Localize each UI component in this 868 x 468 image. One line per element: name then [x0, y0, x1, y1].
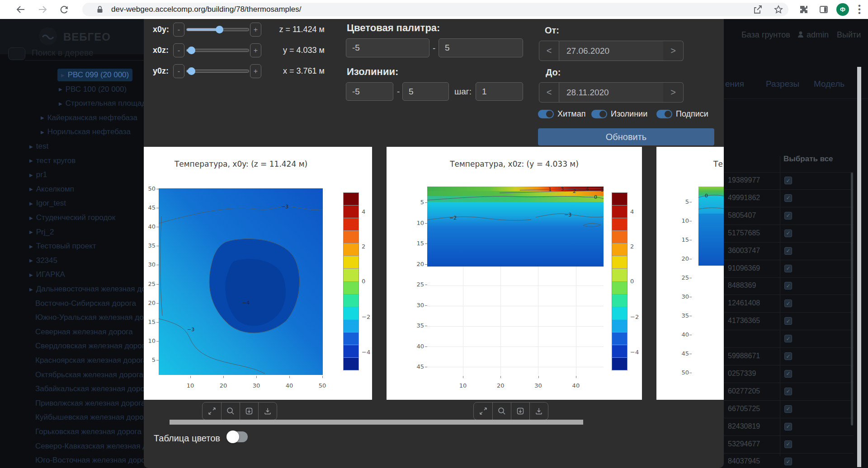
tree-item[interactable]: ▶test [29, 140, 48, 153]
extensions-icon[interactable] [798, 4, 809, 15]
toggle-switch[interactable] [591, 110, 607, 118]
slider-minus-button[interactable]: - [173, 64, 184, 78]
sample-checkbox[interactable]: ✓ [784, 405, 792, 413]
sample-checkbox[interactable]: ✓ [784, 247, 792, 255]
palette-max-input[interactable]: 5 [439, 38, 523, 57]
slider-thumb[interactable] [188, 67, 195, 75]
sample-checkbox[interactable]: ✓ [784, 282, 792, 290]
toggle-labels[interactable]: Подписи [656, 109, 708, 119]
tree-item[interactable]: ▶pr1 [29, 168, 47, 181]
tree-item[interactable]: Забайкальская железная дорога [35, 383, 144, 395]
slider-plus-button[interactable]: + [250, 23, 261, 37]
tree-item[interactable]: ▶Кайерканская нефтебаза [41, 112, 137, 124]
sample-checkbox[interactable]: ✓ [784, 423, 792, 431]
tree-expand-icon[interactable]: ▶ [29, 287, 33, 292]
date-from-next-button[interactable]: > [663, 41, 684, 61]
tree-item[interactable]: ▶Дальневосточная железная дорога [29, 283, 144, 295]
forward-icon[interactable] [37, 4, 48, 15]
sample-checkbox[interactable]: ✓ [784, 212, 792, 220]
tree-item[interactable]: ▶Строительная площадка [59, 97, 144, 110]
isolines-max-input[interactable]: 5 [402, 82, 449, 101]
slider-minus-button[interactable]: - [173, 43, 184, 57]
tree-item[interactable]: Южно-Уральская железная дорога [35, 311, 144, 324]
tree-expand-icon[interactable]: ▶ [29, 201, 33, 206]
tree-expand-icon[interactable]: ▶ [41, 130, 44, 135]
back-icon[interactable] [15, 4, 26, 15]
slider-plus-button[interactable]: + [250, 43, 261, 57]
slider-minus-button[interactable]: - [173, 23, 184, 37]
expand-button[interactable] [474, 402, 492, 420]
tree-item[interactable]: ▶Норильская нефтебаза [41, 126, 131, 138]
page-scrollbar[interactable] [857, 67, 861, 467]
sample-checkbox[interactable]: ✓ [784, 317, 792, 325]
update-button[interactable]: Обновить [538, 128, 714, 145]
toggle-heatmap[interactable]: Хитмап [538, 109, 585, 119]
tree-item[interactable]: ▶Акселкомп [29, 183, 74, 196]
palette-min-input[interactable]: -5 [346, 38, 429, 57]
tab-sections[interactable]: Разрезы [766, 79, 799, 89]
tree-item[interactable]: Восточно-Сибирская дорога [35, 297, 136, 310]
tree-search-button[interactable] [8, 47, 25, 60]
date-to-next-button[interactable]: > [663, 82, 684, 103]
tab-fragment[interactable]: ения [725, 79, 744, 89]
zoom-in-button[interactable] [221, 402, 240, 420]
tree-item[interactable]: Северная железная дорога [35, 326, 133, 338]
toggle-isolines[interactable]: Изолинии [591, 109, 647, 119]
toggle-switch[interactable] [538, 110, 554, 118]
sample-checkbox[interactable]: ✓ [784, 229, 792, 237]
tree-expand-icon[interactable]: ▶ [29, 272, 33, 277]
tree-item[interactable]: Северо-Кавказская железная дорога [35, 440, 144, 453]
tree-expand-icon[interactable]: ▶ [29, 258, 33, 263]
nav-soil-db[interactable]: База грунтов [741, 30, 790, 40]
download-button[interactable] [511, 402, 529, 420]
tree-expand-icon[interactable]: ▶ [29, 187, 33, 192]
expand-button[interactable] [203, 402, 221, 420]
sample-checkbox[interactable]: ✓ [784, 300, 792, 307]
download-tray-button[interactable] [529, 402, 548, 420]
plot3-heatmap[interactable]: 0 [698, 187, 724, 266]
sample-checkbox[interactable]: ✓ [784, 177, 792, 184]
nav-logout[interactable]: Выйти [837, 30, 861, 40]
plots-horizontal-scrollbar[interactable] [170, 420, 583, 425]
plot1-heatmap[interactable]: −3−4−3 [159, 188, 323, 375]
isolines-min-input[interactable]: -5 [346, 82, 393, 101]
download-tray-button[interactable] [258, 402, 277, 420]
star-icon[interactable] [773, 4, 784, 15]
tree-item[interactable]: ▶Студенческий городок [29, 211, 115, 224]
download-button[interactable] [240, 402, 258, 420]
browser-profile-avatar[interactable]: Ф [836, 3, 849, 16]
tree-expand-icon[interactable]: ▶ [29, 229, 33, 234]
tree-expand-icon[interactable]: ▶ [61, 73, 65, 78]
tree-expand-icon[interactable]: ▶ [41, 115, 44, 120]
tree-expand-icon[interactable]: ▶ [29, 244, 33, 249]
nav-username[interactable]: admin [807, 30, 829, 40]
tree-expand-icon[interactable]: ▶ [29, 173, 33, 178]
date-from-prev-button[interactable]: < [539, 41, 559, 61]
tree-item[interactable]: Горьковская железная дорога [35, 426, 142, 438]
tree-item[interactable]: Куйбышевская железная дорога [35, 411, 144, 424]
slider-track[interactable] [186, 28, 249, 31]
sample-checkbox[interactable]: ✓ [784, 194, 792, 202]
sample-checkbox[interactable]: ✓ [784, 265, 792, 272]
slider-thumb[interactable] [188, 47, 195, 54]
tree-expand-icon[interactable]: ▶ [59, 101, 62, 106]
select-all-header[interactable]: Выбрать все [783, 154, 833, 164]
slider-plus-button[interactable]: + [250, 64, 261, 78]
table-scrollbar[interactable] [851, 173, 853, 426]
tab-model[interactable]: Модель [814, 79, 844, 89]
tree-item[interactable]: ▶Prj_2 [29, 226, 54, 239]
share-icon[interactable] [752, 4, 763, 15]
tree-item[interactable]: Юго-Восточная железная дорога [35, 454, 144, 467]
sample-checkbox[interactable]: ✓ [784, 458, 792, 465]
color-table-toggle[interactable] [227, 431, 248, 442]
tree-item[interactable]: Приволжская железная дорога [35, 397, 144, 410]
reload-icon[interactable] [59, 4, 70, 15]
tree-search-input[interactable]: Поиск в дереве [32, 48, 94, 58]
sample-checkbox[interactable]: ✓ [784, 370, 792, 378]
tree-item[interactable]: ▶Igor_test [29, 197, 66, 210]
date-to-field[interactable]: 28.11.2020 [559, 82, 663, 103]
sample-checkbox[interactable]: ✓ [784, 388, 792, 395]
address-bar[interactable]: dev-webgeo.accelcomp.org/building/78/the… [82, 3, 788, 16]
tree-item[interactable]: Свердловская железная дорога [35, 340, 144, 352]
tree-expand-icon[interactable]: ▶ [29, 158, 33, 163]
